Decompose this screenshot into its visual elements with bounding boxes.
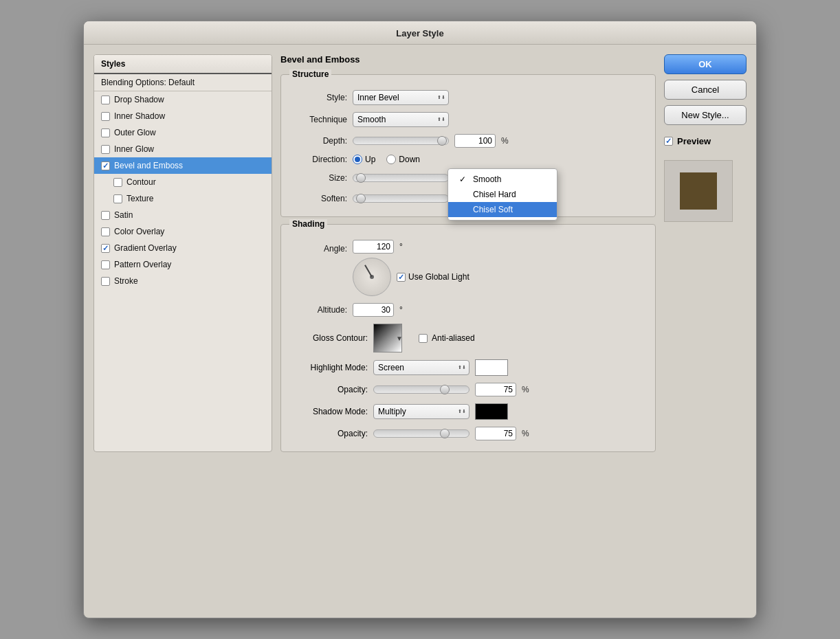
sidebar-item-texture[interactable]: Texture (94, 190, 272, 207)
left-panel: Styles Blending Options: Default Drop Sh… (93, 54, 272, 452)
bevel-emboss-checkbox[interactable]: ✓ (101, 161, 110, 170)
direction-radio-group: Up Down (353, 155, 420, 164)
sidebar-item-drop-shadow[interactable]: Drop Shadow (94, 91, 272, 108)
highlight-opacity-slider[interactable] (373, 385, 469, 394)
technique-select-wrapper[interactable]: Smooth ✓ Smooth Chisel Hard (353, 112, 449, 127)
structure-label: Structure (289, 69, 331, 79)
shadow-opacity-thumb[interactable] (440, 429, 450, 438)
shadow-mode-select[interactable]: Multiply (373, 404, 469, 419)
outer-glow-checkbox[interactable] (101, 128, 110, 137)
sidebar-item-stroke[interactable]: Stroke (94, 273, 272, 289)
shadow-mode-select-wrapper[interactable]: Multiply (373, 404, 469, 419)
global-light-row: ✓ Use Global Light (353, 258, 469, 296)
preview-checkbox-container[interactable]: ✓ Preview (664, 133, 747, 149)
sidebar-item-inner-glow[interactable]: Inner Glow (94, 141, 272, 157)
sidebar-item-satin[interactable]: Satin (94, 207, 272, 223)
dialog-title: Layer Style (396, 28, 443, 38)
soften-slider[interactable] (353, 194, 449, 203)
preview-swatch (680, 172, 717, 210)
stroke-checkbox[interactable] (101, 277, 110, 286)
depth-slider[interactable] (353, 137, 449, 145)
contour-preview[interactable]: ▼ (373, 324, 402, 352)
highlight-mode-label: Highlight Mode: (292, 363, 368, 372)
texture-label: Texture (126, 194, 153, 203)
direction-up-circle[interactable] (353, 155, 362, 164)
sidebar-item-pattern-overlay[interactable]: Pattern Overlay (94, 256, 272, 273)
shadow-opacity-input[interactable] (475, 427, 516, 440)
depth-slider-thumb[interactable] (437, 136, 447, 146)
new-style-button[interactable]: New Style... (664, 105, 747, 125)
anti-aliased-checkbox[interactable] (419, 334, 428, 343)
highlight-opacity-label: Opacity: (292, 385, 368, 394)
smooth-label: Smooth (473, 175, 501, 184)
style-select-wrapper[interactable]: Inner Bevel (353, 90, 449, 105)
dropdown-chisel-hard[interactable]: Chisel Hard (448, 187, 557, 202)
texture-checkbox[interactable] (113, 194, 122, 203)
ok-button[interactable]: OK (664, 54, 747, 74)
satin-checkbox[interactable] (101, 211, 110, 220)
angle-input[interactable] (353, 240, 394, 254)
color-overlay-checkbox[interactable] (101, 227, 110, 236)
highlight-color-swatch[interactable] (475, 359, 508, 376)
size-slider[interactable] (353, 174, 449, 182)
technique-dropdown[interactable]: ✓ Smooth Chisel Hard Chisel Soft (447, 168, 557, 221)
highlight-opacity-thumb[interactable] (440, 385, 450, 394)
inner-glow-label: Inner Glow (114, 144, 154, 154)
direction-down-label: Down (399, 155, 420, 164)
inner-glow-checkbox[interactable] (101, 145, 110, 154)
depth-row: Depth: % (292, 134, 644, 148)
technique-row: Technique Smooth ✓ Smooth (292, 112, 644, 127)
altitude-row: Altitude: ° (292, 303, 644, 317)
inner-shadow-checkbox[interactable] (101, 112, 110, 121)
altitude-unit: ° (399, 305, 403, 315)
direction-down-circle[interactable] (386, 155, 396, 164)
depth-input[interactable] (454, 134, 496, 148)
angle-dial[interactable] (353, 258, 391, 296)
sidebar-item-gradient-overlay[interactable]: ✓Gradient Overlay (94, 240, 272, 256)
dropdown-chisel-soft[interactable]: Chisel Soft (448, 202, 557, 217)
contour-checkbox[interactable] (113, 178, 122, 187)
sidebar-item-color-overlay[interactable]: Color Overlay (94, 223, 272, 240)
altitude-input[interactable] (353, 303, 394, 317)
angle-row: Angle: ° (292, 240, 644, 296)
direction-up-radio[interactable]: Up (353, 155, 375, 164)
gloss-contour-row: Gloss Contour: ▼ Anti-aliased (292, 324, 644, 352)
dropdown-smooth[interactable]: ✓ Smooth (448, 172, 557, 187)
cancel-button[interactable]: Cancel (664, 80, 747, 100)
soften-slider-thumb[interactable] (356, 194, 366, 203)
sidebar-item-outer-glow[interactable]: Outer Glow (94, 124, 272, 141)
size-slider-thumb[interactable] (356, 173, 366, 183)
chisel-hard-label: Chisel Hard (473, 190, 516, 199)
direction-row: Direction: Up Down (292, 155, 644, 164)
use-global-light-checkbox[interactable]: ✓ (397, 273, 406, 282)
sidebar-item-inner-shadow[interactable]: Inner Shadow (94, 108, 272, 124)
blending-options-label: Blending Options: Default (101, 78, 195, 87)
use-global-checkbox-row[interactable]: ✓ Use Global Light (397, 272, 469, 282)
pattern-overlay-checkbox[interactable] (101, 260, 110, 269)
style-label: Style: (292, 93, 347, 102)
satin-label: Satin (114, 210, 133, 220)
shading-label: Shading (289, 219, 327, 229)
style-row: Style: Inner Bevel (292, 90, 644, 105)
angle-input-row: ° (353, 240, 469, 254)
highlight-mode-select[interactable]: Screen (373, 360, 469, 375)
highlight-mode-select-wrapper[interactable]: Screen (373, 360, 469, 375)
shadow-opacity-slider[interactable] (373, 429, 469, 438)
preview-checkbox[interactable]: ✓ (664, 137, 673, 146)
shading-section: Shading Angle: ° (280, 224, 656, 452)
dial-line (364, 265, 373, 277)
chisel-soft-check (459, 205, 469, 214)
drop-shadow-checkbox[interactable] (101, 96, 110, 104)
sidebar-item-bevel-emboss[interactable]: ✓Bevel and Emboss (94, 157, 272, 174)
contour-label: Contour (126, 177, 156, 187)
direction-down-radio[interactable]: Down (386, 155, 420, 164)
pattern-overlay-label: Pattern Overlay (114, 260, 171, 269)
style-select[interactable]: Inner Bevel (353, 90, 449, 105)
technique-select[interactable]: Smooth (353, 112, 449, 127)
depth-unit: % (501, 136, 509, 146)
sidebar-item-contour[interactable]: Contour (94, 174, 272, 190)
gradient-overlay-checkbox[interactable]: ✓ (101, 244, 110, 253)
shadow-color-swatch[interactable] (475, 403, 508, 420)
blending-options-item[interactable]: Blending Options: Default (94, 74, 272, 91)
highlight-opacity-input[interactable] (475, 383, 516, 396)
